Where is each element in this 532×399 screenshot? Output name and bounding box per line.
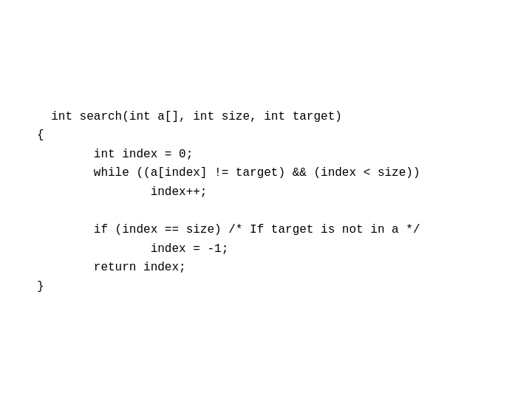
code-line-2: {	[37, 129, 44, 142]
code-line-4: while ((a[index] != target) && (index < …	[37, 166, 420, 180]
code-line-9: return index;	[37, 261, 186, 274]
code-line-3: int index = 0;	[37, 148, 193, 161]
code-display: int search(int a[], int size, int target…	[37, 89, 420, 297]
code-line-7: if (index == size) /* If target is not i…	[37, 223, 420, 236]
code-line-8: index = -1;	[37, 242, 228, 256]
code-line-1: int search(int a[], int size, int target…	[51, 110, 342, 123]
code-line-10: }	[37, 280, 44, 293]
code-line-5: index++;	[37, 185, 207, 199]
